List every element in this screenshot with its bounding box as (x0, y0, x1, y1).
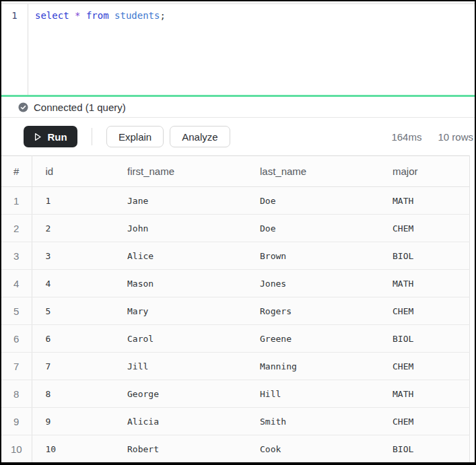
results-panel: # id first_name last_name major 1 1 Jane… (1, 155, 475, 462)
row-number-cell: 8 (1, 380, 32, 408)
sql-star-operator: * (75, 10, 86, 21)
analyze-button[interactable]: Analyze (170, 126, 230, 147)
line-number: 1 (11, 10, 17, 21)
id-cell: 6 (32, 325, 114, 353)
table-row: 7 7 Jill Manning CHEM (1, 353, 470, 380)
row-number-cell: 10 (1, 435, 32, 463)
table-row: 2 2 John Doe CHEM (1, 215, 470, 242)
id-cell: 3 (32, 242, 114, 270)
explain-button[interactable]: Explain (106, 126, 164, 147)
first-name-cell: Robert (114, 435, 246, 463)
id-cell: 1 (32, 187, 114, 215)
last-name-cell: Brown (246, 242, 379, 270)
major-cell: MATH (379, 270, 470, 297)
first-name-cell: Alicia (114, 408, 246, 435)
check-circle-icon (18, 102, 28, 112)
run-button[interactable]: Run (24, 126, 77, 147)
connection-status-label: Connected (1 query) (34, 102, 126, 113)
results-body: 1 1 Jane Doe MATH 2 2 John Doe CHEM 3 3 … (1, 187, 470, 463)
column-header-last-name: last_name (246, 156, 379, 187)
last-name-cell: Rogers (246, 297, 379, 325)
last-name-cell: Greene (246, 325, 379, 353)
major-cell: CHEM (379, 297, 470, 325)
sql-tool-window: 1 select * from students; Connected (1 q… (0, 0, 476, 465)
play-icon (34, 133, 42, 141)
query-duration: 164ms (391, 131, 421, 143)
major-cell: MATH (379, 187, 470, 215)
results-header: # id first_name last_name major (1, 156, 470, 187)
id-cell: 8 (32, 380, 114, 408)
run-button-label: Run (47, 131, 67, 143)
major-cell: MATH (379, 380, 470, 408)
last-name-cell: Doe (246, 215, 379, 242)
connection-status-bar: Connected (1 query) (1, 97, 475, 118)
last-name-cell: Manning (246, 353, 379, 380)
table-row: 8 8 George Hill MATH (1, 380, 470, 408)
major-cell: CHEM (379, 353, 470, 380)
last-name-cell: Doe (246, 187, 379, 215)
column-header-first-name: first_name (114, 156, 246, 187)
column-header-major: major (379, 156, 470, 187)
last-name-cell: Cook (246, 435, 379, 463)
column-header-rownum: # (1, 156, 32, 187)
last-name-cell: Hill (246, 380, 379, 408)
first-name-cell: Jill (114, 353, 246, 380)
query-stats: 164ms 10 rows (391, 131, 473, 143)
results-table: # id first_name last_name major 1 1 Jane… (1, 155, 470, 462)
id-cell: 5 (32, 297, 114, 325)
row-number-cell: 3 (1, 242, 32, 270)
major-cell: CHEM (379, 408, 470, 435)
table-row: 10 10 Robert Cook BIOL (1, 435, 470, 463)
first-name-cell: Jane (114, 187, 246, 215)
toolbar-divider (92, 128, 92, 145)
query-toolbar: Run Explain Analyze 164ms 10 rows (1, 118, 475, 155)
table-row: 3 3 Alice Brown BIOL (1, 242, 470, 270)
sql-table-identifier: students (114, 10, 160, 21)
column-header-id: id (32, 156, 114, 187)
row-number-cell: 2 (1, 215, 32, 242)
first-name-cell: Mary (114, 297, 246, 325)
major-cell: BIOL (379, 325, 470, 353)
id-cell: 4 (32, 270, 114, 297)
row-number-cell: 5 (1, 297, 32, 325)
row-number-cell: 7 (1, 353, 32, 380)
major-cell: CHEM (379, 215, 470, 242)
table-row: 4 4 Mason Jones MATH (1, 270, 470, 297)
major-cell: BIOL (379, 242, 470, 270)
table-row: 6 6 Carol Greene BIOL (1, 325, 470, 353)
first-name-cell: Carol (114, 325, 246, 353)
first-name-cell: Alice (114, 242, 246, 270)
row-number-cell: 9 (1, 408, 32, 435)
row-number-cell: 4 (1, 270, 32, 297)
row-number-cell: 6 (1, 325, 32, 353)
sql-keyword-select: select (35, 10, 75, 21)
id-cell: 10 (32, 435, 114, 463)
editor-gutter: 1 (1, 4, 28, 95)
table-row: 5 5 Mary Rogers CHEM (1, 297, 470, 325)
sql-editor: 1 select * from students; (1, 3, 475, 95)
last-name-cell: Smith (246, 408, 379, 435)
id-cell: 7 (32, 353, 114, 380)
id-cell: 9 (32, 408, 114, 435)
id-cell: 2 (32, 215, 114, 242)
last-name-cell: Jones (246, 270, 379, 297)
table-row: 9 9 Alicia Smith CHEM (1, 408, 470, 435)
row-number-cell: 1 (1, 187, 32, 215)
first-name-cell: George (114, 380, 246, 408)
sql-code-input[interactable]: select * from students; (28, 4, 475, 95)
table-row: 1 1 Jane Doe MATH (1, 187, 470, 215)
first-name-cell: John (114, 215, 246, 242)
query-row-count: 10 rows (438, 131, 473, 143)
sql-keyword-from: from (86, 10, 114, 21)
major-cell: BIOL (379, 435, 470, 463)
sql-semicolon: ; (160, 10, 165, 21)
first-name-cell: Mason (114, 270, 246, 297)
